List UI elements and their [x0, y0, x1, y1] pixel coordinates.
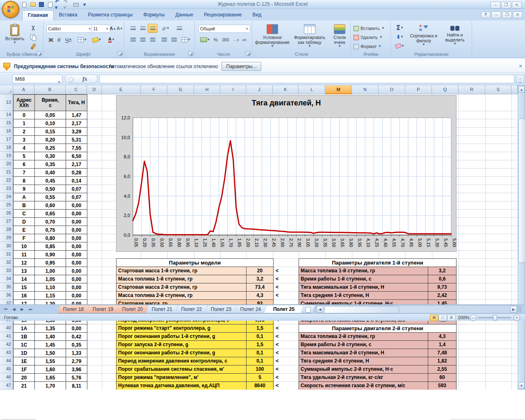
controller-label-cell[interactable]: Порог окончания работы 1-й ступени, g: [116, 333, 247, 340]
prev-sheet-icon[interactable]: ◀: [11, 306, 17, 313]
flight-cell[interactable]: 0,80: [35, 234, 66, 242]
engine2-label-cell[interactable]: Масса топлива 2-й ступени, гр: [299, 333, 428, 340]
column-header-A[interactable]: A: [13, 85, 34, 94]
flight-cell[interactable]: 0,45: [35, 177, 66, 185]
flight-cell[interactable]: 0,95: [35, 259, 66, 267]
flight-cell[interactable]: 0,50: [35, 185, 66, 193]
controller-label-cell[interactable]: Порог режима "старт" контроллера, g: [116, 324, 247, 332]
flight-cell[interactable]: 16: [14, 292, 35, 299]
tab-формулы[interactable]: Формулы: [138, 10, 170, 21]
flight-cell[interactable]: 0,28: [66, 169, 87, 176]
close-icon[interactable]: ✕: [512, 2, 522, 9]
formula-bar-expand-icon[interactable]: ⌄⌄: [516, 75, 524, 83]
zoom-in-button[interactable]: +: [514, 315, 520, 321]
flight-cell[interactable]: 12: [14, 259, 35, 267]
merge-center-button[interactable]: ▼: [180, 35, 193, 44]
flight-cell[interactable]: 13: [14, 267, 35, 275]
page-layout-view-button[interactable]: ▢: [438, 315, 447, 321]
align-right-button[interactable]: [148, 35, 158, 44]
page-break-view-button[interactable]: ▥: [447, 315, 456, 321]
flight-cell[interactable]: 5,31: [66, 136, 87, 144]
paste-button[interactable]: Вставить ▼: [3, 23, 26, 52]
qat-open-button[interactable]: [29, 1, 37, 8]
flight-cell[interactable]: 11: [14, 251, 35, 258]
column-header-K[interactable]: K: [273, 85, 299, 94]
flight-cell[interactable]: 0,00: [66, 242, 87, 250]
flight-cell[interactable]: 1,33: [66, 349, 87, 357]
engine1-value-cell[interactable]: 0,6: [428, 275, 456, 283]
font-dialog-launcher[interactable]: [118, 51, 123, 56]
row-header-32[interactable]: 32: [0, 258, 13, 267]
thrust-chart[interactable]: Тяга двигателей, Н 0,050,200,350,500,650…: [116, 95, 457, 252]
shrink-font-button[interactable]: А▼: [116, 24, 123, 33]
flight-cell[interactable]: 0,00: [66, 234, 87, 242]
flight-cell[interactable]: 14: [14, 275, 35, 283]
flight-cell[interactable]: 1E: [14, 357, 35, 365]
row-header-43[interactable]: 43: [0, 349, 13, 357]
row-header-30[interactable]: 30: [0, 242, 13, 250]
column-header-H[interactable]: H: [194, 85, 220, 94]
controller-label-cell[interactable]: Порог режима "приземление", м': [116, 374, 247, 381]
flight-cell[interactable]: 6: [14, 160, 35, 168]
sheet-tab-полет-22[interactable]: Полет 22: [176, 305, 208, 313]
font-name-combo[interactable]: Calibri▼: [46, 25, 93, 33]
flight-cell[interactable]: 0,07: [66, 185, 87, 193]
column-header-P[interactable]: P: [405, 85, 432, 94]
zoom-slider[interactable]: [478, 317, 511, 318]
zoom-out-button[interactable]: –: [470, 315, 477, 321]
sheet-tab-полет-18[interactable]: Полет 18: [57, 305, 89, 313]
flight-cell[interactable]: 0,00: [66, 201, 87, 209]
flight-cell[interactable]: B: [14, 201, 35, 209]
qat-customize-qat-button[interactable]: ▾: [81, 1, 88, 8]
flight-cell[interactable]: 0,00: [66, 259, 87, 267]
engine1-label-cell[interactable]: Масса топлива 1-й ступени, гр: [299, 267, 428, 275]
row-header-21[interactable]: 21: [0, 168, 13, 176]
security-bar-close-icon[interactable]: ✕: [518, 63, 523, 69]
column-header-C[interactable]: C: [66, 85, 87, 94]
number-dialog-launcher[interactable]: [246, 51, 251, 56]
zoom-slider-thumb[interactable]: [493, 315, 497, 321]
row-header-28[interactable]: 28: [0, 226, 13, 234]
autosum-button[interactable]: Σ▼: [393, 23, 406, 32]
qat-redo-button[interactable]: ↷ ▾: [64, 1, 71, 8]
controller-value-cell[interactable]: 5: [247, 374, 273, 381]
scroll-left-icon[interactable]: ◀: [317, 306, 323, 313]
row-header-26[interactable]: 26: [0, 209, 13, 217]
flight-cell[interactable]: 0,55: [35, 193, 66, 201]
row-header-13[interactable]: 13: [0, 94, 13, 111]
qat-printer-button[interactable]: [72, 1, 80, 8]
row-header-31[interactable]: 31: [0, 250, 13, 258]
column-header-S[interactable]: S: [485, 85, 511, 94]
flight-cell[interactable]: 1,70: [35, 382, 66, 390]
flight-cell[interactable]: E: [14, 226, 35, 234]
column-header-F[interactable]: F: [141, 85, 167, 94]
engine2-label-cell[interactable]: Тяга удельная 2-й ступени, кг·с/кг: [299, 374, 428, 381]
insert-cells-button[interactable]: Вставить▼: [353, 24, 389, 33]
clear-button[interactable]: ▼: [393, 41, 406, 50]
engine2-label-cell[interactable]: Тяга средняя 2-й ступени, Н: [299, 357, 428, 365]
row-header-27[interactable]: 27: [0, 217, 13, 226]
row-header-42[interactable]: 42: [0, 340, 13, 349]
flight-cell[interactable]: 1,40: [35, 333, 66, 340]
align-center-button[interactable]: [138, 35, 148, 44]
align-bottom-button[interactable]: [148, 24, 158, 33]
flight-cell[interactable]: 0,85: [35, 242, 66, 250]
flight-cell[interactable]: 0,15: [35, 128, 66, 135]
row-header-35[interactable]: 35: [0, 283, 13, 291]
engine1-label-cell[interactable]: Тяга максимальная 1-й ступени, Н: [299, 283, 428, 291]
flight-header-cell[interactable]: Тяга, Н: [66, 95, 87, 111]
controller-value-cell[interactable]: 0,1: [247, 333, 273, 340]
vertical-scroll-thumb[interactable]: [518, 119, 525, 263]
fx-icon[interactable]: fx: [82, 76, 87, 82]
column-header-M[interactable]: M: [325, 85, 352, 94]
row-header-24[interactable]: 24: [0, 193, 13, 201]
engine2-value-cell[interactable]: 1,82: [428, 357, 456, 365]
alignment-dialog-launcher[interactable]: [188, 51, 193, 56]
model-value-cell[interactable]: 4,3: [247, 292, 273, 299]
flight-cell[interactable]: 2,79: [66, 357, 87, 365]
sheet-tab-полет-19[interactable]: Полет 19: [87, 305, 119, 313]
controller-value-cell[interactable]: 8640: [247, 382, 273, 390]
flight-cell[interactable]: 0,35: [35, 160, 66, 168]
engine1-value-cell[interactable]: 3,2: [428, 267, 456, 275]
next-sheet-icon[interactable]: ▶: [19, 306, 25, 313]
